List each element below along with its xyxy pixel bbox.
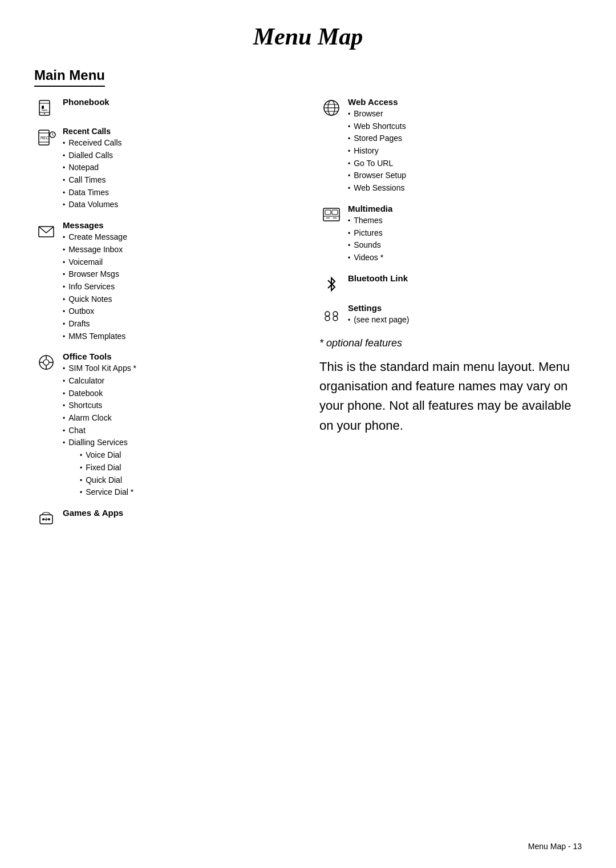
menu-group-web-access: Web Access Browser Web Shortcuts Stored …: [319, 97, 582, 195]
multimedia-items: Themes Pictures Sounds Videos *: [348, 215, 582, 264]
list-item: Data Times: [63, 187, 297, 199]
office-tools-items: SIM Tool Kit Apps * Calculator Datebook …: [63, 362, 297, 449]
recent-calls-heading: Recent Calls: [63, 127, 297, 136]
games-apps-icon: [34, 509, 58, 528]
list-item: Datebook: [63, 387, 297, 400]
web-access-heading: Web Access: [348, 97, 582, 107]
svg-text:REC: REC: [40, 136, 49, 140]
menu-group-bluetooth: Bluetooth Link: [319, 273, 582, 294]
list-item: Browser Setup: [348, 169, 582, 182]
menu-group-recent-calls: REC Recent Calls Received Calls Dialled …: [34, 127, 297, 211]
list-item: Outbox: [63, 305, 297, 318]
list-item: Quick Notes: [63, 293, 297, 306]
multimedia-heading: Multimedia: [348, 204, 582, 213]
list-item: Chat: [63, 425, 297, 437]
menu-group-office-tools: Office Tools SIM Tool Kit Apps * Calcula…: [34, 352, 297, 499]
left-column: Phonebook REC Recent Calls: [34, 97, 297, 538]
list-item: Shortcuts: [63, 399, 297, 412]
list-item: (see next page): [348, 314, 582, 326]
footer: Menu Map - 13: [528, 842, 582, 851]
svg-point-4: [44, 113, 45, 114]
list-item: Voice Dial: [80, 449, 297, 462]
messages-items: Create Message Message Inbox Voicemail B…: [63, 231, 297, 342]
bluetooth-icon: [319, 274, 343, 294]
page: Menu Map Main Menu: [0, 0, 616, 589]
list-item: Create Message: [63, 231, 297, 244]
menu-group-multimedia: Multimedia Themes Pictures Sounds Videos…: [319, 204, 582, 264]
office-tools-icon: [34, 353, 58, 372]
recent-calls-content: Recent Calls Received Calls Dialled Call…: [63, 127, 297, 211]
list-item: Data Volumes: [63, 199, 297, 211]
list-item: Themes: [348, 215, 582, 227]
list-item-dialling: Dialling Services: [63, 437, 297, 449]
list-item: Calculator: [63, 375, 297, 387]
messages-heading: Messages: [63, 220, 297, 230]
list-item: Service Dial *: [80, 486, 297, 499]
office-tools-content: Office Tools SIM Tool Kit Apps * Calcula…: [63, 352, 297, 499]
list-item: Web Sessions: [348, 182, 582, 195]
list-item: Received Calls: [63, 137, 297, 150]
list-item: Go To URL: [348, 158, 582, 170]
list-item: Fixed Dial: [80, 462, 297, 474]
games-apps-content: Games & Apps: [63, 508, 297, 519]
menu-group-phonebook: Phonebook: [34, 97, 297, 118]
list-item: Pictures: [348, 227, 582, 240]
optional-features-label: * optional features: [319, 337, 582, 349]
bluetooth-content: Bluetooth Link: [348, 273, 582, 284]
svg-point-18: [42, 518, 44, 520]
list-item: Dialled Calls: [63, 150, 297, 162]
list-item: Info Services: [63, 281, 297, 293]
games-apps-heading: Games & Apps: [63, 508, 297, 518]
messages-icon: [34, 221, 58, 241]
svg-rect-29: [332, 210, 338, 215]
svg-point-12: [43, 360, 49, 365]
optional-section: * optional features This is the standard…: [319, 337, 582, 435]
menu-group-games-apps: Games & Apps: [34, 508, 297, 528]
list-item: Quick Dial: [80, 474, 297, 487]
list-item: Drafts: [63, 318, 297, 330]
phonebook-heading: Phonebook: [63, 97, 297, 107]
section-title: Main Menu: [34, 67, 105, 87]
list-item: Browser Msgs: [63, 268, 297, 281]
settings-content: Settings (see next page): [348, 303, 582, 326]
office-tools-heading: Office Tools: [63, 352, 297, 361]
multimedia-icon: [319, 205, 343, 224]
svg-point-19: [48, 518, 50, 520]
list-item: History: [348, 145, 582, 158]
multimedia-content: Multimedia Themes Pictures Sounds Videos…: [348, 204, 582, 264]
svg-point-35: [325, 316, 330, 321]
list-item: Call Times: [63, 174, 297, 187]
bluetooth-heading: Bluetooth Link: [348, 273, 582, 283]
list-item: Browser: [348, 108, 582, 120]
list-item: Alarm Clock: [63, 412, 297, 425]
menu-group-settings: Settings (see next page): [319, 303, 582, 326]
phonebook-icon: [34, 98, 58, 118]
right-column: Web Access Browser Web Shortcuts Stored …: [319, 97, 582, 538]
list-item: Message Inbox: [63, 244, 297, 256]
list-item: MMS Templates: [63, 330, 297, 343]
list-item: Notepad: [63, 162, 297, 174]
phonebook-content: Phonebook: [63, 97, 297, 108]
messages-content: Messages Create Message Message Inbox Vo…: [63, 220, 297, 342]
page-title: Menu Map: [34, 23, 582, 50]
svg-point-36: [333, 316, 338, 321]
settings-items: (see next page): [348, 314, 582, 326]
main-menu: Phonebook REC Recent Calls: [34, 97, 582, 538]
svg-rect-28: [325, 210, 331, 215]
svg-point-33: [325, 312, 330, 316]
list-item: Web Shortcuts: [348, 120, 582, 133]
dialling-services-sub-items: Voice Dial Fixed Dial Quick Dial Service…: [63, 449, 297, 499]
recent-calls-icon: REC: [34, 128, 58, 147]
settings-heading: Settings: [348, 303, 582, 313]
recent-calls-items: Received Calls Dialled Calls Notepad Cal…: [63, 137, 297, 211]
list-item: Sounds: [348, 239, 582, 252]
web-access-items: Browser Web Shortcuts Stored Pages Histo…: [348, 108, 582, 195]
list-item: Stored Pages: [348, 132, 582, 145]
list-item: SIM Tool Kit Apps *: [63, 362, 297, 375]
svg-point-34: [333, 312, 338, 316]
description-text: This is the standard main menu layout. M…: [319, 357, 582, 435]
settings-icon: [319, 304, 343, 324]
web-access-icon: [319, 98, 343, 118]
web-access-content: Web Access Browser Web Shortcuts Stored …: [348, 97, 582, 195]
menu-group-messages: Messages Create Message Message Inbox Vo…: [34, 220, 297, 342]
